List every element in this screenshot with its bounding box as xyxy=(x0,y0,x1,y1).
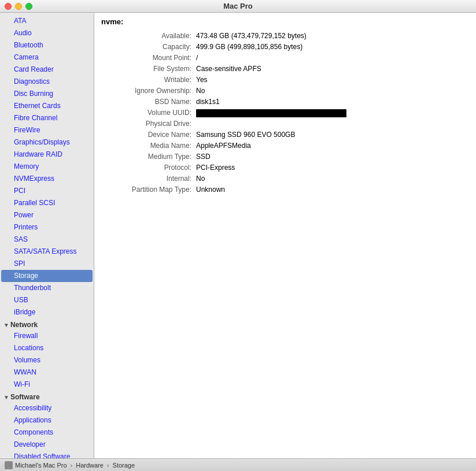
software-section-header[interactable]: ▼ Software xyxy=(0,391,94,402)
table-row: Available: 473.48 GB (473,479,729,152 by… xyxy=(101,31,469,42)
sidebar-item-ethernet-cards[interactable]: Ethernet Cards xyxy=(0,100,94,112)
sidebar-item-sas[interactable]: SAS xyxy=(0,233,94,246)
sidebar-item-wi-fi[interactable]: Wi-Fi xyxy=(0,379,94,391)
field-value: Samsung SSD 960 EVO 500GB xyxy=(194,129,469,140)
sidebar-item-usb[interactable]: USB xyxy=(0,294,94,306)
sidebar-item-graphics-displays[interactable]: Graphics/Displays xyxy=(0,136,94,149)
field-label: BSD Name: xyxy=(101,97,194,107)
table-row: Writable: Yes xyxy=(101,75,469,86)
uuid-redacted-block xyxy=(196,109,346,117)
field-label: Capacity: xyxy=(101,42,194,53)
sidebar-item-wwan[interactable]: WWAN xyxy=(0,366,94,379)
traffic-lights[interactable] xyxy=(5,3,32,10)
field-value: Yes xyxy=(194,75,469,86)
statusbar: Michael's Mac Pro › Hardware › Storage xyxy=(0,458,476,471)
field-value-uuid xyxy=(194,107,469,118)
statusbar-level2: Storage xyxy=(113,462,135,469)
field-value: / xyxy=(194,53,469,64)
field-value: No xyxy=(194,86,469,97)
sidebar-item-locations[interactable]: Locations xyxy=(0,342,94,354)
sidebar-item-diagnostics[interactable]: Diagnostics xyxy=(0,76,94,88)
sidebar-item-ata[interactable]: ATA xyxy=(0,15,94,27)
field-value: 473.48 GB (473,479,729,152 bytes) xyxy=(194,31,469,42)
field-value: Case-sensitive APFS xyxy=(194,64,469,75)
field-label: Volume UUID: xyxy=(101,107,194,118)
table-row: Internal: No xyxy=(101,173,469,184)
table-row: Partition Map Type: Unknown xyxy=(101,184,469,195)
statusbar-sep2: › xyxy=(107,462,109,469)
field-value: SSD xyxy=(194,151,469,162)
field-value: 499.9 GB (499,898,105,856 bytes) xyxy=(194,42,469,53)
field-label: Mount Point: xyxy=(101,53,194,64)
sidebar-item-printers[interactable]: Printers xyxy=(0,221,94,233)
sidebar-item-camera[interactable]: Camera xyxy=(0,51,94,64)
network-arrow-icon: ▼ xyxy=(3,322,9,328)
field-value: disk1s1 xyxy=(194,97,469,107)
sidebar-item-sata-express[interactable]: SATA/SATA Express xyxy=(0,246,94,258)
statusbar-computer: Michael's Mac Pro xyxy=(15,462,67,469)
table-row: Mount Point: / xyxy=(101,53,469,64)
network-section-header[interactable]: ▼ Network xyxy=(0,318,94,330)
field-label: Physical Drive: xyxy=(101,118,194,129)
content-panel: nvme: Available: 473.48 GB (473,479,729,… xyxy=(94,13,476,458)
software-section-label: Software xyxy=(10,393,40,401)
network-section-label: Network xyxy=(10,321,38,329)
field-value: No xyxy=(194,173,469,184)
sidebar-item-disabled-software[interactable]: Disabled Software xyxy=(0,451,94,458)
sidebar-item-parallel-scsi[interactable]: Parallel SCSI xyxy=(0,197,94,209)
sidebar-item-nvmeexpress[interactable]: NVMExpress xyxy=(0,173,94,185)
sidebar: ATA Audio Bluetooth Camera Card Reader D… xyxy=(0,13,94,458)
field-value: PCI-Express xyxy=(194,162,469,173)
sidebar-item-applications[interactable]: Applications xyxy=(0,414,94,427)
table-row: Protocol: PCI-Express xyxy=(101,162,469,173)
maximize-button[interactable] xyxy=(25,3,32,10)
sidebar-item-card-reader[interactable]: Card Reader xyxy=(0,64,94,76)
field-value: Unknown xyxy=(194,184,469,195)
statusbar-level1: Hardware xyxy=(76,462,104,469)
sidebar-item-volumes[interactable]: Volumes xyxy=(0,354,94,366)
field-label: Medium Type: xyxy=(101,151,194,162)
content-title: nvme: xyxy=(101,17,469,26)
field-value xyxy=(194,118,469,129)
table-row: BSD Name: disk1s1 xyxy=(101,97,469,107)
field-label: Writable: xyxy=(101,75,194,86)
field-label: Device Name: xyxy=(101,129,194,140)
sidebar-item-hardware-raid[interactable]: Hardware RAID xyxy=(0,149,94,161)
table-row: Volume UUID: xyxy=(101,107,469,118)
physical-drive-table: Device Name: Samsung SSD 960 EVO 500GB M… xyxy=(101,129,469,195)
field-label: Media Name: xyxy=(101,140,194,151)
sidebar-item-power[interactable]: Power xyxy=(0,209,94,221)
sidebar-item-bluetooth[interactable]: Bluetooth xyxy=(0,39,94,51)
statusbar-sep1: › xyxy=(71,462,73,469)
table-row: Capacity: 499.9 GB (499,898,105,856 byte… xyxy=(101,42,469,53)
sidebar-item-pci[interactable]: PCI xyxy=(0,185,94,197)
sidebar-item-fibre-channel[interactable]: Fibre Channel xyxy=(0,112,94,124)
main-container: ATA Audio Bluetooth Camera Card Reader D… xyxy=(0,13,476,458)
sidebar-item-thunderbolt[interactable]: Thunderbolt xyxy=(0,282,94,294)
sidebar-item-components[interactable]: Components xyxy=(0,427,94,439)
table-row: Device Name: Samsung SSD 960 EVO 500GB xyxy=(101,129,469,140)
sidebar-item-disc-burning[interactable]: Disc Burning xyxy=(0,88,94,100)
titlebar: Mac Pro xyxy=(0,0,476,13)
field-label: Partition Map Type: xyxy=(101,184,194,195)
table-row: Medium Type: SSD xyxy=(101,151,469,162)
table-row: File System: Case-sensitive APFS xyxy=(101,64,469,75)
close-button[interactable] xyxy=(5,3,12,10)
field-label: Protocol: xyxy=(101,162,194,173)
table-row: Media Name: AppleAPFSMedia xyxy=(101,140,469,151)
computer-icon xyxy=(5,461,13,469)
field-label: Available: xyxy=(101,31,194,42)
sidebar-item-audio[interactable]: Audio xyxy=(0,27,94,39)
sidebar-item-firewire[interactable]: FireWire xyxy=(0,124,94,136)
sidebar-item-accessibility[interactable]: Accessibility xyxy=(0,402,94,414)
sidebar-item-memory[interactable]: Memory xyxy=(0,161,94,173)
sidebar-item-storage[interactable]: Storage xyxy=(1,270,93,282)
info-table: Available: 473.48 GB (473,479,729,152 by… xyxy=(101,31,469,129)
sidebar-item-developer[interactable]: Developer xyxy=(0,439,94,451)
sidebar-item-firewall[interactable]: Firewall xyxy=(0,330,94,342)
field-label: Internal: xyxy=(101,173,194,184)
sidebar-item-spi[interactable]: SPI xyxy=(0,258,94,270)
sidebar-item-ibridge[interactable]: iBridge xyxy=(0,306,94,318)
software-arrow-icon: ▼ xyxy=(3,394,9,400)
minimize-button[interactable] xyxy=(15,3,22,10)
